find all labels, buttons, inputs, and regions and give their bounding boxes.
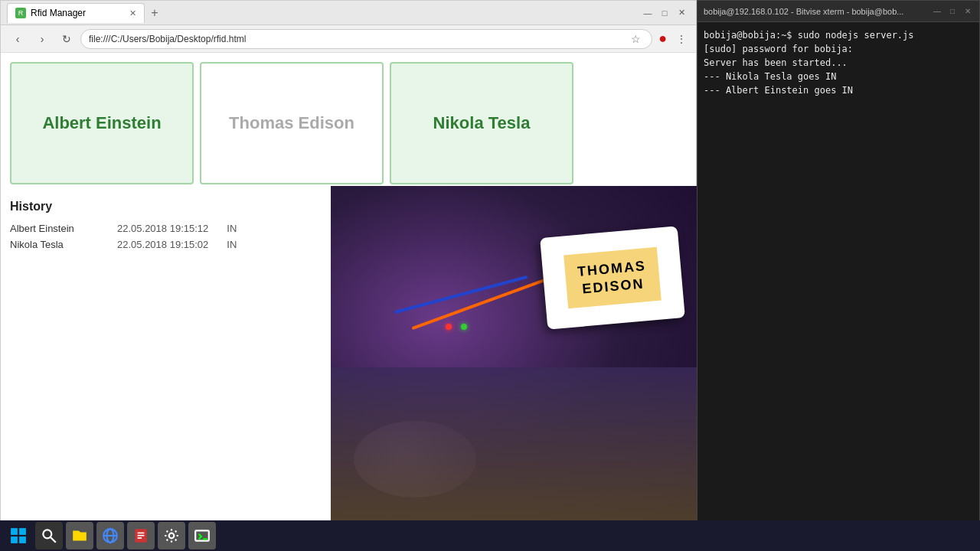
terminal-controls: — □ ✕ bbox=[932, 6, 973, 17]
terminal-maximize[interactable]: □ bbox=[947, 6, 958, 17]
card-thomas-edison: Thomas Edison bbox=[200, 62, 384, 184]
back-button[interactable]: ‹ bbox=[7, 28, 28, 50]
history-time-1: 22.05.2018 19:15:02 bbox=[117, 239, 208, 250]
tab-close-button[interactable]: ✕ bbox=[129, 8, 136, 18]
terminal-title: bobija@192.168.0.102 - Bitvise xterm - b… bbox=[704, 7, 932, 16]
tab-title: Rfid Manager bbox=[31, 8, 86, 18]
terminal-taskbar-button[interactable] bbox=[188, 522, 216, 549]
notepad-taskbar-button[interactable] bbox=[127, 522, 155, 549]
card-label-2: Nikola Tesla bbox=[433, 113, 531, 133]
svg-rect-1 bbox=[19, 528, 26, 535]
terminal-line-0: bobija@bobija:~$ sudo nodejs server.js bbox=[704, 28, 973, 42]
history-status-0: IN bbox=[227, 223, 237, 234]
taskbar bbox=[0, 520, 980, 551]
svg-rect-10 bbox=[138, 533, 145, 534]
minimize-button[interactable]: — bbox=[642, 8, 653, 18]
terminal-body: bobija@bobija:~$ sudo nodejs server.js [… bbox=[697, 22, 979, 521]
led-green bbox=[461, 324, 467, 330]
history-name-0: Albert Einstein bbox=[10, 223, 102, 234]
search-taskbar-button[interactable] bbox=[35, 522, 63, 549]
hardware-photo: THOMAS EDISON bbox=[331, 186, 697, 520]
svg-line-5 bbox=[51, 537, 56, 543]
tab-favicon: R bbox=[15, 8, 26, 18]
bookmark-icon[interactable]: ☆ bbox=[628, 33, 644, 45]
start-button[interactable] bbox=[5, 522, 32, 549]
browser-taskbar-button[interactable] bbox=[96, 522, 124, 549]
svg-rect-0 bbox=[11, 528, 18, 535]
svg-point-4 bbox=[43, 530, 51, 538]
svg-rect-11 bbox=[138, 535, 145, 536]
forward-button[interactable]: › bbox=[31, 28, 53, 50]
breadboard bbox=[331, 367, 697, 520]
browser-navbar: ‹ › ↻ file:///C:/Users/Bobija/Desktop/rf… bbox=[1, 25, 696, 53]
browser-titlebar: R Rfid Manager ✕ + — □ ✕ bbox=[1, 1, 696, 25]
maximize-button[interactable]: □ bbox=[659, 8, 670, 18]
card-albert-einstein: Albert Einstein bbox=[10, 62, 194, 184]
card-label-0: Albert Einstein bbox=[42, 113, 161, 133]
card-label-1: Thomas Edison bbox=[229, 113, 354, 133]
svg-point-13 bbox=[169, 533, 175, 539]
history-name-1: Nikola Tesla bbox=[10, 239, 102, 250]
settings-taskbar-button[interactable] bbox=[158, 522, 185, 549]
rfid-physical-card: THOMAS EDISON bbox=[540, 226, 685, 329]
files-taskbar-button[interactable] bbox=[66, 522, 93, 549]
card-nikola-tesla: Nikola Tesla bbox=[390, 62, 573, 184]
led-red bbox=[446, 324, 452, 330]
address-text: file:///C:/Users/Bobija/Desktop/rfid.htm… bbox=[89, 34, 625, 44]
browser-tab[interactable]: R Rfid Manager ✕ bbox=[7, 3, 145, 23]
history-status-1: IN bbox=[227, 239, 237, 250]
terminal-window: bobija@192.168.0.102 - Bitvise xterm - b… bbox=[697, 0, 980, 522]
history-time-0: 22.05.2018 19:15:12 bbox=[117, 223, 208, 234]
address-bar[interactable]: file:///C:/Users/Bobija/Desktop/rfid.htm… bbox=[80, 29, 652, 49]
menu-button[interactable]: ⋮ bbox=[673, 33, 690, 45]
svg-rect-3 bbox=[19, 536, 26, 543]
terminal-line-2: Server has been started... bbox=[704, 56, 973, 70]
svg-rect-2 bbox=[11, 536, 18, 543]
terminal-line-1: [sudo] password for bobija: bbox=[704, 42, 973, 56]
new-tab-button[interactable]: + bbox=[145, 3, 165, 23]
terminal-line-3: --- Nikola Tesla goes IN bbox=[704, 70, 973, 83]
terminal-titlebar: bobija@192.168.0.102 - Bitvise xterm - b… bbox=[697, 1, 979, 22]
close-button[interactable]: ✕ bbox=[676, 8, 687, 18]
svg-rect-12 bbox=[138, 537, 142, 539]
cards-row: Albert Einstein Thomas Edison Nikola Tes… bbox=[10, 62, 687, 184]
photo-content: THOMAS EDISON bbox=[331, 186, 697, 520]
terminal-line-4: --- Albert Einstein goes IN bbox=[704, 83, 973, 97]
terminal-minimize[interactable]: — bbox=[932, 6, 942, 17]
rfid-physical-label: THOMAS EDISON bbox=[564, 246, 662, 308]
opera-icon[interactable]: ● bbox=[655, 31, 670, 47]
reload-button[interactable]: ↻ bbox=[56, 28, 77, 50]
terminal-close[interactable]: ✕ bbox=[962, 6, 973, 17]
